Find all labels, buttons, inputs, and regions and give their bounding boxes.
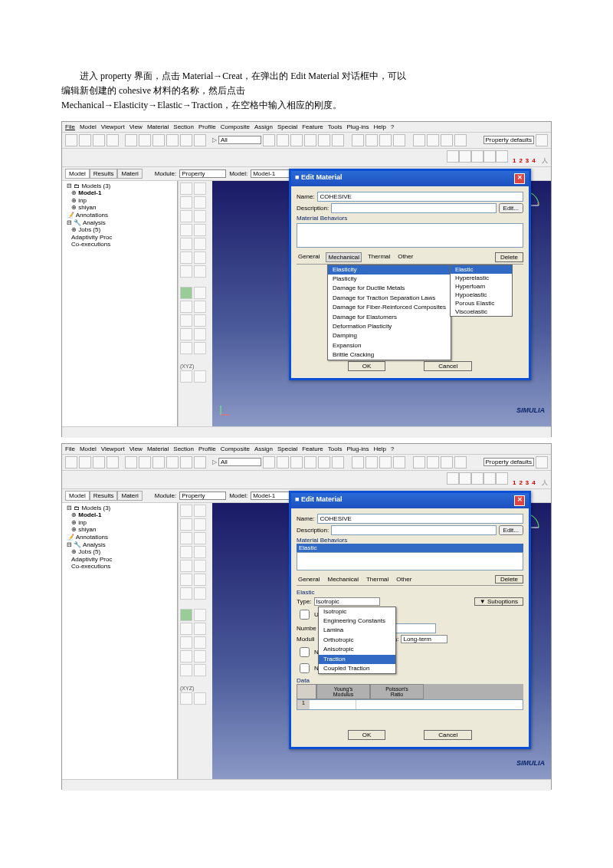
tb-icon[interactable]	[441, 134, 453, 146]
delete-button[interactable]: Delete	[495, 252, 523, 262]
p-icon[interactable]	[180, 301, 192, 313]
cancel-button[interactable]: Cancel	[424, 361, 472, 371]
menu-file[interactable]: File	[65, 123, 75, 130]
tb-icon[interactable]	[194, 134, 206, 146]
menu-help[interactable]: Help	[373, 123, 385, 130]
tab-model[interactable]: Model	[65, 169, 90, 179]
behaviors-list[interactable]	[297, 223, 523, 248]
p-icon[interactable]	[194, 224, 206, 236]
p-icon[interactable]	[180, 328, 192, 340]
tb-icon[interactable]	[379, 134, 392, 146]
suboptions-button[interactable]: ▼ Suboptions	[474, 597, 523, 606]
menu-q[interactable]: ?	[391, 123, 394, 130]
moduli-combo[interactable]: Long-term	[401, 635, 447, 643]
tab-general[interactable]: General	[297, 252, 321, 262]
p-icon[interactable]	[194, 314, 206, 327]
f-icon[interactable]	[484, 150, 496, 163]
cancel-button[interactable]: Cancel	[424, 730, 472, 740]
tb-icon[interactable]	[125, 134, 137, 146]
menu-feature[interactable]: Feature	[302, 123, 323, 130]
beh-item-elastic[interactable]: Elastic	[297, 544, 523, 552]
p-icon[interactable]	[180, 210, 192, 222]
tb-icon[interactable]	[180, 134, 192, 146]
menu-plugins[interactable]: Plug-ins	[346, 123, 369, 130]
p-icon[interactable]	[194, 210, 206, 222]
p-icon[interactable]	[194, 252, 206, 264]
p-icon[interactable]	[194, 196, 206, 209]
p-icon[interactable]	[194, 328, 206, 340]
tb-icon[interactable]	[393, 134, 405, 146]
menu-tools[interactable]: Tools	[328, 123, 343, 130]
menu-profile[interactable]: Profile	[198, 123, 216, 130]
f-icon[interactable]	[447, 150, 459, 163]
f-icon[interactable]	[471, 150, 484, 163]
p-icon[interactable]	[180, 252, 192, 264]
name-input[interactable]	[317, 192, 523, 202]
p-icon[interactable]	[180, 224, 192, 236]
desc-input[interactable]	[331, 203, 496, 213]
tb-icon[interactable]	[93, 134, 105, 146]
tb-icon[interactable]	[263, 134, 275, 146]
tb-icon[interactable]	[152, 134, 165, 146]
name-input[interactable]	[317, 514, 523, 524]
ck-use[interactable]	[300, 610, 310, 620]
menu-section[interactable]: Section	[173, 123, 194, 130]
tb-icon[interactable]	[427, 134, 439, 146]
menu-view[interactable]: View	[129, 123, 143, 130]
ok-button[interactable]: OK	[348, 730, 386, 740]
tb-icon[interactable]	[454, 134, 467, 146]
f-icon[interactable]	[496, 150, 508, 163]
tb-icon[interactable]	[304, 134, 316, 146]
elasticity-submenu[interactable]: Elastic Hyperelastic Hyperfoam Hypoelast…	[450, 265, 513, 317]
menu-material[interactable]: Material	[147, 123, 169, 130]
f-icon[interactable]	[459, 150, 471, 163]
data-cell[interactable]	[310, 700, 356, 709]
tb-icon[interactable]	[166, 134, 179, 146]
ok-button[interactable]: OK	[348, 361, 386, 371]
tab-results[interactable]: Results	[90, 169, 118, 179]
p-icon[interactable]	[180, 314, 192, 327]
p-icon[interactable]	[180, 196, 192, 209]
p-icon[interactable]	[180, 287, 192, 299]
p-icon[interactable]	[194, 287, 206, 299]
menu-assign[interactable]: Assign	[254, 123, 273, 130]
type-combo[interactable]: Isotropic	[314, 597, 380, 606]
p-icon[interactable]	[194, 342, 206, 354]
mechanical-menu[interactable]: Elasticity Plasticity Damage for Ductile…	[327, 265, 451, 361]
p-icon[interactable]	[194, 265, 206, 278]
tab-thermal[interactable]: Thermal	[366, 252, 392, 262]
p-icon[interactable]	[194, 182, 206, 195]
menu-viewport[interactable]: Viewport	[101, 123, 125, 130]
edit-button[interactable]: Edit...	[499, 203, 523, 213]
p-icon[interactable]	[194, 370, 206, 383]
desc-input[interactable]	[331, 525, 496, 535]
tb-icon[interactable]	[139, 134, 151, 146]
model-tree[interactable]: ⊟ 🗀 Models (3) ⊕ Model-1 ⊕ inp ⊕ shiyan …	[62, 181, 177, 426]
ck-no1[interactable]	[300, 647, 310, 657]
p-icon[interactable]	[180, 238, 192, 250]
tab-materi[interactable]: Materi	[117, 169, 142, 179]
ctx-module[interactable]: Property	[179, 169, 226, 178]
menu-model[interactable]: Model	[80, 123, 97, 130]
tb-propdef[interactable]: Property defaults	[484, 136, 534, 144]
p-icon[interactable]	[180, 342, 192, 354]
tb-icon[interactable]	[107, 134, 119, 146]
p-icon[interactable]	[180, 182, 192, 195]
tb-icon[interactable]	[536, 134, 548, 146]
menu-composite[interactable]: Composite	[221, 123, 250, 130]
tb-all[interactable]: All	[218, 136, 261, 144]
close-icon[interactable]: ✕	[514, 495, 525, 506]
tb-icon[interactable]	[352, 134, 364, 146]
p-icon[interactable]	[194, 301, 206, 313]
tb-icon[interactable]	[332, 134, 344, 146]
p-icon[interactable]	[194, 238, 206, 250]
tb-icon[interactable]	[413, 134, 425, 146]
viewport[interactable]: yx ■ Edit Material✕ Name: Description: E…	[212, 181, 551, 426]
p-icon[interactable]	[180, 370, 192, 383]
tb-icon[interactable]	[366, 134, 378, 146]
close-icon[interactable]: ✕	[514, 173, 525, 184]
tb-icon[interactable]	[65, 134, 77, 146]
tb-icon[interactable]	[79, 134, 91, 146]
tab-other[interactable]: Other	[396, 252, 415, 262]
type-dropdown[interactable]: Isotropic Engineering Constants Lamina O…	[318, 607, 396, 675]
